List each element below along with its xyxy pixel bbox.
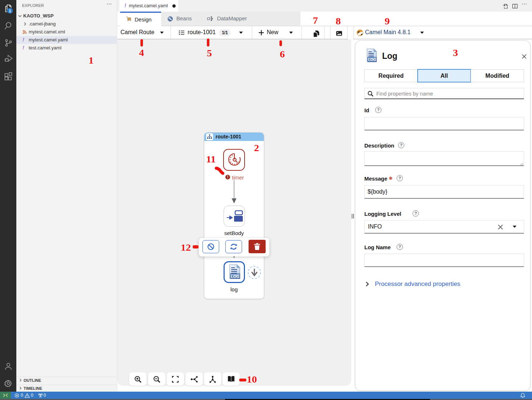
svg-text:LOG: LOG	[231, 274, 240, 279]
svg-text:LOG: LOG	[368, 58, 376, 62]
